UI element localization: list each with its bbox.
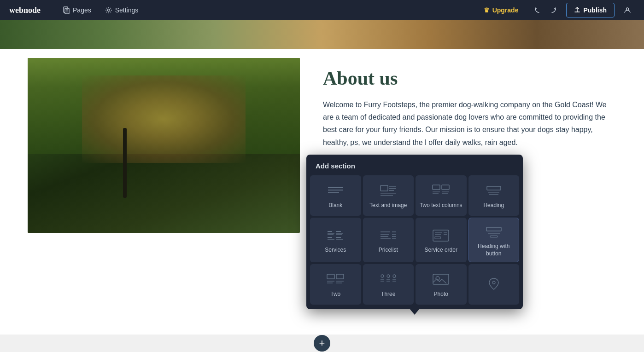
svg-rect-52 — [327, 274, 334, 279]
undo-redo-group — [530, 3, 561, 17]
text-image-label: Text and image — [369, 202, 407, 209]
location-icon — [485, 276, 503, 291]
photo-icon — [432, 272, 450, 287]
about-image — [28, 58, 300, 233]
heading-label: Heading — [483, 202, 504, 209]
undo-icon — [534, 6, 541, 14]
svg-rect-46 — [435, 237, 440, 239]
two-text-columns-label: Two text columns — [420, 202, 463, 209]
three-label: Three — [381, 291, 395, 298]
svg-rect-17 — [442, 185, 449, 190]
publish-label: Publish — [583, 6, 607, 14]
publish-button[interactable]: Publish — [566, 3, 615, 17]
section-type-services[interactable]: Services — [310, 218, 361, 262]
pricelist-icon — [379, 228, 398, 243]
undo-button[interactable] — [530, 3, 545, 17]
top-navigation: webnode Pages Settings ♛ Upgrade — [0, 0, 644, 20]
nav-links: Pages Settings — [57, 4, 477, 17]
two-text-icon — [432, 184, 450, 198]
section-type-location[interactable] — [468, 264, 520, 305]
two-label: Two — [330, 291, 340, 298]
section-type-heading[interactable]: Heading — [468, 175, 520, 216]
modal-pointer — [410, 309, 419, 315]
blank-icon — [326, 184, 345, 198]
svg-point-59 — [387, 275, 390, 277]
pages-label: Pages — [73, 6, 91, 14]
section-type-photo[interactable]: Photo — [416, 264, 467, 305]
section-type-service-order[interactable]: Service order — [416, 218, 467, 262]
section-type-pricelist[interactable]: Pricelist — [363, 218, 414, 262]
blank-label: Blank — [328, 202, 342, 209]
svg-rect-67 — [433, 274, 449, 284]
hero-strip — [0, 20, 644, 49]
section-type-two[interactable]: Two — [310, 264, 361, 305]
svg-rect-49 — [486, 227, 501, 231]
crown-icon: ♛ — [484, 6, 490, 14]
about-title: About us — [323, 67, 616, 89]
svg-point-58 — [381, 275, 384, 277]
modal-grid-row1: Blank Text and image — [306, 175, 523, 216]
service-order-icon — [432, 228, 450, 243]
pages-icon — [63, 6, 70, 14]
upgrade-label: Upgrade — [492, 6, 519, 14]
settings-icon — [105, 6, 112, 14]
services-label: Services — [325, 247, 346, 254]
heading-btn-icon — [485, 225, 503, 239]
services-icon — [326, 228, 345, 243]
svg-point-6 — [626, 8, 629, 10]
section-type-text-image[interactable]: Text and image — [363, 175, 414, 216]
nav-right: ♛ Upgrade Publish — [477, 3, 635, 17]
svg-rect-22 — [487, 186, 501, 190]
redo-icon — [550, 6, 557, 14]
service-order-label: Service order — [425, 247, 457, 254]
two-col-icon — [326, 272, 345, 287]
photo-label: Photo — [434, 291, 448, 298]
settings-label: Settings — [115, 6, 139, 14]
modal-grid-row2: Services Pricelist — [306, 218, 523, 262]
section-type-heading-with-button[interactable]: Heading with button — [468, 218, 520, 262]
plus-icon: + — [319, 337, 325, 349]
user-button[interactable] — [620, 3, 635, 17]
svg-rect-51 — [490, 236, 498, 237]
modal-scroll-area[interactable]: Blank Text and image — [306, 175, 523, 305]
pages-nav-item[interactable]: Pages — [57, 4, 97, 17]
left-image-section — [0, 49, 309, 335]
svg-point-60 — [393, 275, 396, 277]
redo-button[interactable] — [546, 3, 561, 17]
add-section-button[interactable]: + — [314, 335, 330, 352]
three-icon — [379, 272, 398, 287]
svg-rect-16 — [433, 185, 440, 190]
section-type-two-text-columns[interactable]: Two text columns — [416, 175, 467, 216]
svg-point-5 — [107, 9, 110, 12]
svg-rect-53 — [336, 274, 344, 279]
logo: webnode — [9, 6, 41, 15]
svg-rect-10 — [381, 185, 388, 191]
about-text: Welcome to Furry Footsteps, the premier … — [323, 98, 616, 149]
modal-title: Add section — [306, 155, 523, 175]
section-type-three[interactable]: Three — [363, 264, 414, 305]
section-type-blank[interactable]: Blank — [310, 175, 361, 216]
heading-with-button-label: Heading with button — [473, 243, 515, 257]
upgrade-button[interactable]: ♛ Upgrade — [477, 4, 525, 17]
svg-rect-43 — [433, 230, 449, 241]
heading-icon — [485, 184, 503, 198]
pricelist-label: Pricelist — [379, 247, 398, 254]
bottom-bar: + — [0, 335, 644, 352]
text-image-icon — [379, 184, 398, 198]
svg-point-69 — [492, 281, 495, 284]
modal-grid-row3: Two Three — [306, 264, 523, 305]
settings-nav-item[interactable]: Settings — [100, 4, 144, 17]
publish-icon — [574, 7, 580, 13]
user-icon — [624, 6, 631, 14]
add-section-modal: Add section Blank — [306, 155, 523, 309]
